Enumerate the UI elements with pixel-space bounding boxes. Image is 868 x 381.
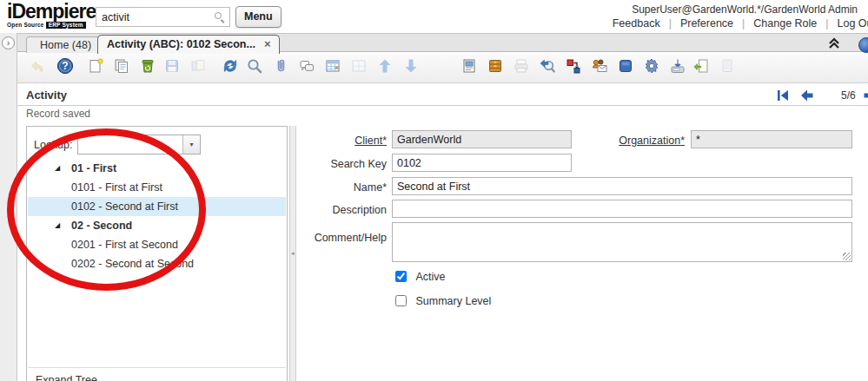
chat-icon[interactable] [298, 57, 315, 75]
lookup-label: Lookup: [34, 139, 72, 151]
status-message: Record saved [26, 108, 90, 120]
process-icon[interactable] [643, 57, 660, 75]
feedback-link[interactable]: Feedback [613, 17, 660, 30]
logout-link[interactable]: Log Out [838, 17, 868, 30]
detail-record-icon[interactable] [402, 57, 420, 75]
header-links: Feedback|Preference|Change Role|Log Out [613, 17, 868, 30]
save-create-icon [189, 57, 207, 75]
tab-bar: Home (48) Activity (ABC): 0102 Secon...× [0, 33, 868, 52]
search-key-label: Search Key [304, 158, 387, 170]
description-label: Description [304, 204, 387, 216]
report-icon[interactable] [461, 57, 478, 75]
name-field[interactable] [392, 177, 852, 195]
active-label: Active [415, 271, 445, 283]
page-title: Activity [26, 89, 67, 102]
save-icon [163, 57, 181, 75]
customize-icon [719, 57, 736, 75]
client-field [392, 130, 572, 148]
tree-node-0102-selected[interactable]: 0102 - Second at First [28, 197, 286, 216]
status-bar: Record saved [17, 107, 868, 121]
detail-pane-header: Activity 5/6 [17, 84, 868, 106]
undo-icon[interactable] [30, 57, 47, 75]
close-tab-icon[interactable]: × [264, 37, 271, 50]
tree-node-0202[interactable]: 0202 - Second at Second [28, 254, 286, 273]
search-icon[interactable] [214, 11, 226, 23]
summary-level-checkbox-row: Summary Level [395, 294, 491, 308]
idempiere-logo: iDempiere Open SourceERP System [7, 1, 94, 28]
file-import-icon[interactable] [692, 57, 710, 75]
logo-title: iDempiere [7, 1, 94, 22]
svg-text:?: ? [62, 60, 68, 72]
active-checkbox[interactable] [395, 271, 407, 282]
workflow-icon[interactable] [565, 57, 582, 75]
new-record-icon[interactable] [87, 57, 104, 75]
description-field[interactable] [392, 200, 852, 218]
tree-node-01[interactable]: ◢01 - First [28, 159, 286, 178]
logo-tagline: Open SourceERP System [7, 22, 94, 28]
summary-level-checkbox[interactable] [395, 295, 407, 306]
menu-button[interactable]: Menu [235, 6, 282, 28]
active-checkbox-row: Active [395, 270, 446, 284]
activity-form: Client* Organization* Search Key Name* D… [304, 122, 868, 381]
comment-help-label: Comment/Help [304, 232, 387, 244]
global-search [96, 7, 230, 27]
tree-node-0201[interactable]: 0201 - First at Second [28, 235, 286, 254]
comment-help-field[interactable] [392, 222, 852, 262]
tree-node-0101[interactable]: 0101 - First at First [28, 178, 286, 197]
organization-label: Organization* [606, 135, 685, 147]
globe-icon[interactable] [858, 37, 868, 53]
lookup-combobox[interactable]: ▼ [77, 135, 201, 154]
user-info: SuperUser@GardenWorld.*/GardenWorld Admi… [632, 3, 858, 16]
tab-home[interactable]: Home (48) [26, 36, 105, 53]
refresh-icon[interactable] [222, 57, 239, 75]
toolbar: ? [17, 53, 868, 83]
summary-level-label: Summary Level [415, 295, 491, 307]
quick-form-icon[interactable] [617, 57, 634, 75]
collapse-node-icon[interactable]: ◢ [55, 216, 60, 235]
parent-record-icon[interactable] [376, 57, 394, 75]
tree-node-02[interactable]: ◢02 - Second [28, 216, 286, 235]
organization-field [691, 130, 852, 148]
find-icon[interactable] [246, 57, 263, 75]
tab-activity[interactable]: Activity (ABC): 0102 Secon...× [97, 35, 280, 54]
previous-record-icon[interactable] [799, 88, 815, 103]
expand-west-icon[interactable]: › [2, 36, 15, 49]
name-label: Name* [304, 181, 387, 194]
collapsed-west-panel: › [0, 33, 17, 381]
collapse-header-icon[interactable] [826, 36, 842, 51]
tree-panel: Lookup: ▼ ◢01 - First 0101 - First at Fi… [26, 126, 288, 381]
global-search-input[interactable] [96, 8, 229, 26]
tab-activity-label: Activity (ABC): 0102 Secon... [107, 38, 255, 50]
toggle-grid-icon[interactable] [324, 57, 341, 75]
preference-link[interactable]: Preference [680, 17, 733, 30]
idempiere-window: iDempiere Open SourceERP System Menu Sup… [0, 0, 868, 381]
record-position: 5/6 [841, 89, 856, 102]
chevron-down-icon[interactable]: ▼ [182, 135, 200, 154]
zoom-across-icon[interactable] [539, 57, 556, 75]
first-record-icon[interactable] [775, 88, 791, 103]
detail-grid-icon [350, 57, 368, 75]
archive-icon[interactable] [487, 57, 504, 75]
change-role-link[interactable]: Change Role [753, 17, 817, 30]
export-icon[interactable] [669, 57, 686, 75]
copy-record-icon[interactable] [113, 57, 130, 75]
print-icon [513, 57, 530, 75]
next-record-icon[interactable] [862, 88, 868, 103]
collapse-node-icon[interactable]: ◢ [55, 159, 60, 178]
panel-splitter[interactable]: ◂ [289, 126, 296, 381]
top-header: iDempiere Open SourceERP System Menu Sup… [0, 0, 868, 33]
client-label: Client* [304, 135, 387, 147]
requests-icon[interactable] [591, 57, 608, 75]
expand-tree-toggle[interactable]: Expand Tree [28, 367, 286, 381]
search-key-field[interactable] [392, 154, 572, 172]
attachment-icon[interactable] [272, 57, 289, 75]
delete-record-icon[interactable] [139, 57, 156, 75]
record-navigation: 5/6 [775, 87, 868, 104]
lookup-input[interactable] [78, 135, 182, 154]
help-icon[interactable]: ? [56, 57, 74, 75]
collapse-panel-icon[interactable]: ◂ [291, 250, 295, 257]
